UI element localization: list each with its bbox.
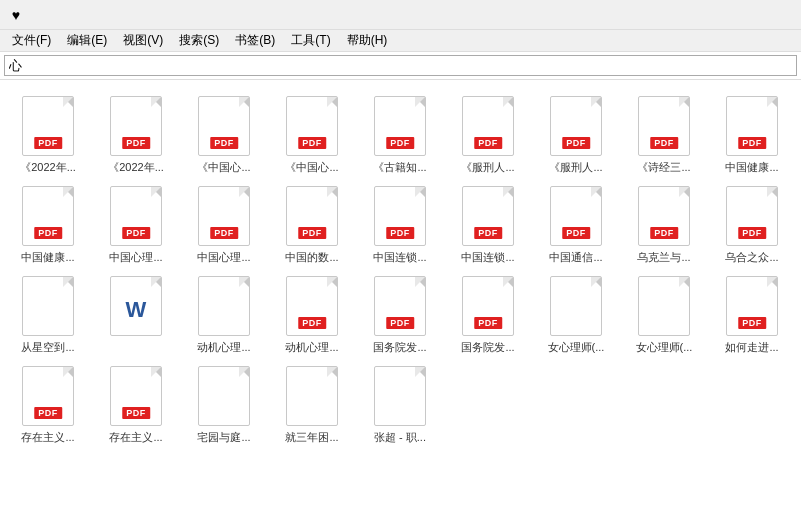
menu-view[interactable]: 视图(V) [115,30,171,51]
file-item[interactable]: 女心理师(... [620,268,708,358]
file-item[interactable]: PDF 《中国心... [268,88,356,178]
file-item[interactable]: PDF 中国健康... [4,178,92,268]
file-label: 存在主义... [96,430,176,444]
file-item[interactable]: PDF 《服刑人... [532,88,620,178]
file-item[interactable]: 动机心理... [180,268,268,358]
pdf-badge: PDF [34,407,62,419]
pdf-badge: PDF [298,137,326,149]
file-icon-generic [22,276,74,336]
file-icon-pdf: PDF [198,186,250,246]
file-item[interactable]: PDF 《服刑人... [444,88,532,178]
file-label: 从星空到... [8,340,88,354]
file-label: 乌克兰与... [624,250,704,264]
file-icon-container: PDF [286,186,338,246]
file-item[interactable]: 就三年困... [268,358,356,448]
file-icon-container: PDF [374,276,426,336]
maximize-button[interactable] [703,0,748,30]
file-icon-container [198,366,250,426]
pdf-badge: PDF [474,137,502,149]
pdf-badge: PDF [298,227,326,239]
menu-help[interactable]: 帮助(H) [339,30,396,51]
file-icon-pdf: PDF [110,96,162,156]
file-icon-container: PDF [726,276,778,336]
file-item[interactable]: PDF 动机心理... [268,268,356,358]
file-icon-container: PDF [638,96,690,156]
file-item[interactable]: PDF 中国通信... [532,178,620,268]
file-item[interactable]: PDF 国务院发... [356,268,444,358]
file-item[interactable]: PDF 中国健康... [708,88,796,178]
file-icon-pdf: PDF [286,96,338,156]
file-icon-generic [374,366,426,426]
file-icon-pdf: PDF [110,186,162,246]
file-label: 中国的数... [272,250,352,264]
file-item[interactable]: PDF 《2022年... [4,88,92,178]
app-icon: ♥ [8,7,24,23]
file-icon-word: W [110,276,162,336]
file-item[interactable]: PDF 中国心理... [92,178,180,268]
file-item[interactable]: PDF 中国心理... [180,178,268,268]
file-icon-container: PDF [374,186,426,246]
file-item[interactable]: PDF 《诗经三... [620,88,708,178]
file-icon-container [638,276,690,336]
pdf-badge: PDF [562,227,590,239]
file-item[interactable]: 张超 - 职... [356,358,444,448]
file-label: 如何走进... [712,340,792,354]
file-label: 中国通信... [536,250,616,264]
file-item[interactable]: PDF 如何走进... [708,268,796,358]
pdf-badge: PDF [474,227,502,239]
file-item[interactable]: W [92,268,180,358]
file-item[interactable]: 女心理师(... [532,268,620,358]
file-item[interactable]: PDF 乌合之众... [708,178,796,268]
content-area[interactable]: PDF 《2022年... PDF 《2022年... PDF 《中国心... … [0,80,801,519]
file-item[interactable]: PDF 《中国心... [180,88,268,178]
word-letter: W [126,297,147,323]
file-icon-pdf: PDF [22,186,74,246]
file-icon-container: PDF [374,96,426,156]
minimize-button[interactable] [658,0,703,30]
pdf-badge: PDF [650,137,678,149]
file-item[interactable]: PDF 中国的数... [268,178,356,268]
file-label: 动机心理... [272,340,352,354]
file-icon-container: PDF [462,186,514,246]
file-label: 国务院发... [448,340,528,354]
file-label: 中国连锁... [448,250,528,264]
file-label: 乌合之众... [712,250,792,264]
pdf-badge: PDF [122,137,150,149]
menu-tools[interactable]: 工具(T) [283,30,338,51]
file-item[interactable]: PDF 《2022年... [92,88,180,178]
menu-bookmarks[interactable]: 书签(B) [227,30,283,51]
file-icon-container: PDF [110,96,162,156]
file-item[interactable]: PDF 中国连锁... [444,178,532,268]
file-item[interactable]: 从星空到... [4,268,92,358]
file-label: 中国健康... [8,250,88,264]
file-icon-container [374,366,426,426]
file-icon-pdf: PDF [198,96,250,156]
file-icon-pdf: PDF [638,186,690,246]
file-icon-container: PDF [462,276,514,336]
file-item[interactable]: 宅园与庭... [180,358,268,448]
file-item[interactable]: PDF 乌克兰与... [620,178,708,268]
close-button[interactable] [748,0,793,30]
file-label: 《2022年... [96,160,176,174]
file-label: 国务院发... [360,340,440,354]
file-icon-container: PDF [726,186,778,246]
pdf-badge: PDF [34,227,62,239]
file-label: 《古籍知... [360,160,440,174]
file-item[interactable]: PDF 存在主义... [92,358,180,448]
menu-file[interactable]: 文件(F) [4,30,59,51]
pdf-badge: PDF [210,137,238,149]
file-icon-pdf: PDF [22,366,74,426]
file-item[interactable]: PDF 国务院发... [444,268,532,358]
pdf-badge: PDF [122,227,150,239]
file-item[interactable]: PDF 《古籍知... [356,88,444,178]
search-bar [0,52,801,80]
file-item[interactable]: PDF 中国连锁... [356,178,444,268]
file-icon-container: PDF [726,96,778,156]
search-input[interactable] [4,55,797,76]
menu-search[interactable]: 搜索(S) [171,30,227,51]
menu-edit[interactable]: 编辑(E) [59,30,115,51]
file-item[interactable]: PDF 存在主义... [4,358,92,448]
file-icon-pdf: PDF [550,96,602,156]
file-label: 宅园与庭... [184,430,264,444]
file-icon-container [286,366,338,426]
